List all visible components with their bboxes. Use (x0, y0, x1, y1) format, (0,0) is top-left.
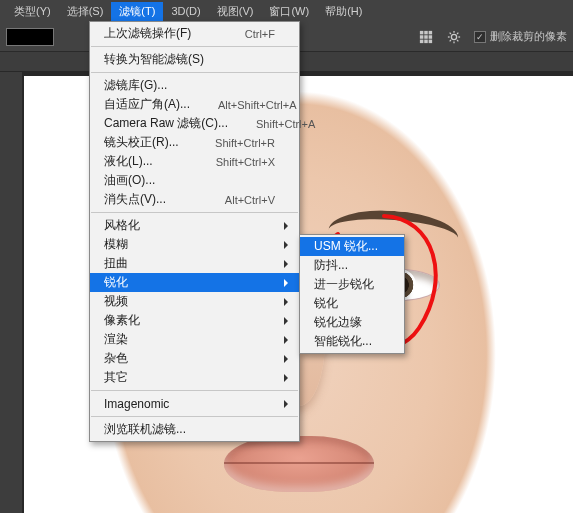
filter-item[interactable]: 像素化 (90, 311, 299, 330)
grid-icon[interactable] (418, 29, 434, 45)
menu-item-shortcut: Alt+Ctrl+V (197, 194, 275, 206)
filter-item[interactable]: 其它 (90, 368, 299, 387)
checkbox-label: 删除裁剪的像素 (490, 29, 567, 44)
sharpen-item[interactable]: USM 锐化... (300, 237, 404, 256)
menu-选择(S)[interactable]: 选择(S) (59, 2, 112, 21)
sharpen-item[interactable]: 锐化 (300, 294, 404, 313)
filter-item[interactable]: Imagenomic (90, 394, 299, 413)
svg-rect-6 (420, 39, 424, 43)
menu-item-label: 防抖... (314, 257, 348, 274)
filter-item[interactable]: 自适应广角(A)...Alt+Shift+Ctrl+A (90, 95, 299, 114)
filter-item[interactable]: 消失点(V)...Alt+Ctrl+V (90, 190, 299, 209)
checkmark-icon (474, 31, 486, 43)
menu-item-label: 自适应广角(A)... (104, 96, 190, 113)
svg-rect-3 (420, 35, 424, 39)
menu-item-label: 风格化 (104, 217, 140, 234)
filter-item[interactable]: 转换为智能滤镜(S) (90, 50, 299, 69)
menu-滤镜(T)[interactable]: 滤镜(T) (111, 2, 163, 21)
filter-sep (91, 390, 298, 391)
svg-rect-7 (424, 39, 428, 43)
menu-item-label: 进一步锐化 (314, 276, 374, 293)
menu-item-label: 智能锐化... (314, 333, 372, 350)
filter-item[interactable]: 油画(O)... (90, 171, 299, 190)
menu-item-label: 锐化 (104, 274, 128, 291)
sharpen-item[interactable]: 智能锐化... (300, 332, 404, 351)
svg-rect-0 (420, 30, 424, 34)
gear-icon[interactable] (446, 29, 462, 45)
svg-line-16 (450, 40, 451, 41)
menu-item-shortcut: Shift+Ctrl+X (188, 156, 275, 168)
svg-rect-4 (424, 35, 428, 39)
filter-sep (91, 416, 298, 417)
svg-line-17 (457, 32, 458, 33)
svg-rect-1 (424, 30, 428, 34)
filter-item[interactable]: 扭曲 (90, 254, 299, 273)
sharpen-item[interactable]: 锐化边缘 (300, 313, 404, 332)
menu-item-shortcut: Alt+Shift+Ctrl+A (190, 99, 297, 111)
menu-item-label: 上次滤镜操作(F) (104, 25, 191, 42)
filter-item[interactable]: 渲染 (90, 330, 299, 349)
menu-item-label: 锐化 (314, 295, 338, 312)
menu-item-label: 视频 (104, 293, 128, 310)
menu-item-label: 杂色 (104, 350, 128, 367)
menu-item-label: 像素化 (104, 312, 140, 329)
menu-item-label: 锐化边缘 (314, 314, 362, 331)
svg-rect-2 (429, 30, 433, 34)
color-swatch[interactable] (6, 28, 54, 46)
filter-item[interactable]: 模糊 (90, 235, 299, 254)
menu-item-label: 渲染 (104, 331, 128, 348)
menu-item-label: 模糊 (104, 236, 128, 253)
menu-item-shortcut: Shift+Ctrl+A (228, 118, 315, 130)
filter-item[interactable]: 杂色 (90, 349, 299, 368)
filter-item[interactable]: 镜头校正(R)...Shift+Ctrl+R (90, 133, 299, 152)
filter-item[interactable]: 浏览联机滤镜... (90, 420, 299, 439)
svg-rect-8 (429, 39, 433, 43)
menu-item-label: 滤镜库(G)... (104, 77, 167, 94)
menu-item-label: 油画(O)... (104, 172, 155, 189)
menu-3D(D)[interactable]: 3D(D) (163, 3, 208, 19)
filter-menu: 上次滤镜操作(F)Ctrl+F转换为智能滤镜(S)滤镜库(G)...自适应广角(… (89, 21, 300, 442)
menu-item-label: USM 锐化... (314, 238, 378, 255)
svg-line-14 (450, 32, 451, 33)
menu-item-shortcut: Shift+Ctrl+R (187, 137, 275, 149)
left-tool-strip (0, 72, 22, 513)
menu-item-label: 浏览联机滤镜... (104, 421, 186, 438)
filter-item[interactable]: 视频 (90, 292, 299, 311)
menu-帮助(H)[interactable]: 帮助(H) (317, 2, 370, 21)
filter-item[interactable]: 上次滤镜操作(F)Ctrl+F (90, 24, 299, 43)
sharpen-submenu: USM 锐化...防抖...进一步锐化锐化锐化边缘智能锐化... (299, 234, 405, 354)
menu-item-label: Imagenomic (104, 397, 169, 411)
menu-item-label: Camera Raw 滤镜(C)... (104, 115, 228, 132)
filter-sep (91, 212, 298, 213)
delete-cropped-checkbox[interactable]: 删除裁剪的像素 (474, 29, 567, 44)
menu-窗口(W)[interactable]: 窗口(W) (261, 2, 317, 21)
menu-item-label: 液化(L)... (104, 153, 153, 170)
menu-类型(Y)[interactable]: 类型(Y) (6, 2, 59, 21)
filter-sep (91, 72, 298, 73)
menu-item-label: 消失点(V)... (104, 191, 166, 208)
menu-item-label: 镜头校正(R)... (104, 134, 179, 151)
filter-sep (91, 46, 298, 47)
filter-item[interactable]: Camera Raw 滤镜(C)...Shift+Ctrl+A (90, 114, 299, 133)
filter-item[interactable]: 液化(L)...Shift+Ctrl+X (90, 152, 299, 171)
menu-item-shortcut: Ctrl+F (217, 28, 275, 40)
options-right: 删除裁剪的像素 (418, 29, 567, 45)
menu-item-label: 扭曲 (104, 255, 128, 272)
menu-视图(V)[interactable]: 视图(V) (209, 2, 262, 21)
sharpen-item[interactable]: 防抖... (300, 256, 404, 275)
menubar: 类型(Y)选择(S)滤镜(T)3D(D)视图(V)窗口(W)帮助(H) (0, 0, 573, 22)
sharpen-item[interactable]: 进一步锐化 (300, 275, 404, 294)
filter-item[interactable]: 风格化 (90, 216, 299, 235)
filter-item[interactable]: 滤镜库(G)... (90, 76, 299, 95)
svg-rect-5 (429, 35, 433, 39)
svg-line-15 (457, 40, 458, 41)
menu-item-label: 其它 (104, 369, 128, 386)
menu-item-label: 转换为智能滤镜(S) (104, 51, 204, 68)
filter-item[interactable]: 锐化 (90, 273, 299, 292)
svg-point-9 (451, 34, 456, 39)
